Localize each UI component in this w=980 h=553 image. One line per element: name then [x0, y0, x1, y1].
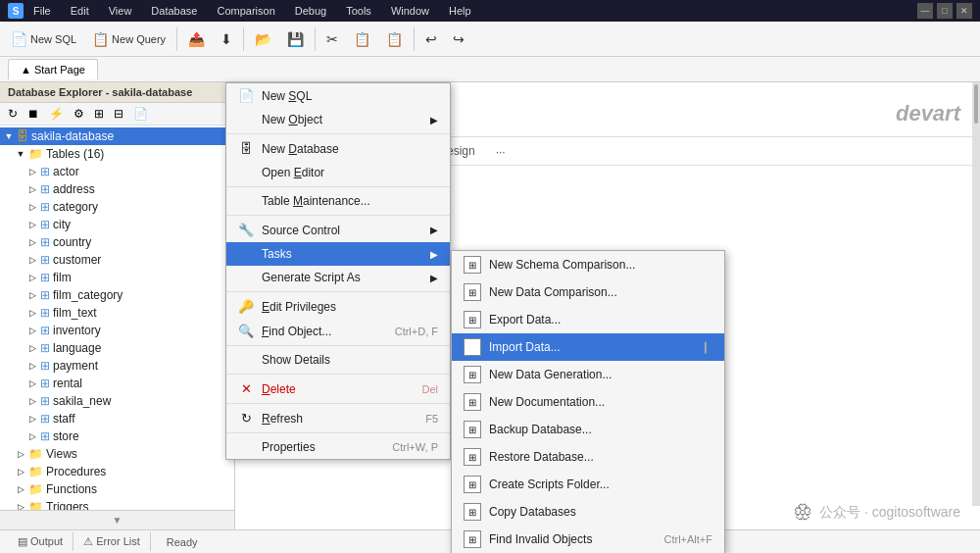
expand-btn[interactable]: ⊟: [110, 105, 127, 123]
toolbar-btn-undo[interactable]: ↩: [418, 27, 444, 51]
tree-item-tables[interactable]: ▼ 📁 Tables (16): [0, 145, 234, 163]
menu-generate-script[interactable]: Generate Script As ▶: [226, 266, 450, 289]
tree-label: Functions: [46, 482, 97, 496]
toolbar-btn-redo[interactable]: ↪: [446, 27, 471, 51]
menu-new-object[interactable]: New Object ▶: [226, 108, 450, 131]
tree-item-store[interactable]: ▷ ⊞ store: [0, 427, 234, 445]
toolbar-btn-import[interactable]: ⬇: [214, 27, 239, 51]
title-bar: S File Edit View Database Comparison Deb…: [0, 0, 980, 22]
menu-sep-8: [226, 432, 450, 433]
scrollbar-thumb[interactable]: [974, 84, 978, 124]
menu-table-maintenance[interactable]: Table Maintenance...: [226, 189, 450, 213]
table-icon: ⊞: [40, 182, 50, 196]
new-query-button[interactable]: 📋 New Query: [85, 27, 172, 51]
menu-properties[interactable]: Properties Ctrl+W, P: [226, 435, 450, 459]
new-sql-icon: 📄: [238, 88, 254, 103]
menu-show-details[interactable]: Show Details: [226, 348, 450, 372]
output-tab[interactable]: ▤ Output: [8, 532, 74, 551]
maximize-button[interactable]: □: [937, 3, 953, 19]
menu-database[interactable]: Database: [147, 3, 201, 19]
tab-more[interactable]: ···: [488, 139, 514, 165]
menu-help[interactable]: Help: [445, 3, 475, 19]
tree-item-actor[interactable]: ▷ ⊞ actor: [0, 163, 234, 180]
tree-item-film[interactable]: ▷ ⊞ film: [0, 269, 234, 286]
delete-icon: ✕: [238, 381, 254, 396]
tree-item-customer[interactable]: ▷ ⊞ customer: [0, 251, 234, 269]
expand-icon: ▷: [16, 484, 25, 494]
expand-icon: ▷: [27, 431, 37, 441]
menu-sep-6: [226, 374, 450, 375]
menu-comparison[interactable]: Comparison: [213, 3, 278, 19]
tree-item-payment[interactable]: ▷ ⊞ payment: [0, 357, 234, 375]
window-controls[interactable]: — □ ✕: [917, 3, 972, 19]
document-tab-bar: ▲ Start Page: [0, 57, 980, 82]
table-icon: ⊞: [40, 271, 50, 284]
tree-item-functions[interactable]: ▷ 📁 Functions: [0, 480, 234, 498]
tree-item-film-text[interactable]: ▷ ⊞ film_text: [0, 304, 234, 322]
expand-icon: ▷: [27, 273, 37, 282]
toolbar-btn-paste[interactable]: 📋: [379, 27, 410, 51]
redo-icon: ↪: [453, 31, 465, 47]
tree-scroll-indicator[interactable]: ▼: [0, 510, 234, 529]
toolbar-btn-export[interactable]: 📤: [181, 27, 212, 51]
menu-open-editor[interactable]: Open Editor: [226, 161, 450, 184]
tree-item-film-category[interactable]: ▷ ⊞ film_category: [0, 286, 234, 304]
tree-item-country[interactable]: ▷ ⊞ country: [0, 233, 234, 251]
tree-item-procedures[interactable]: ▷ 📁 Procedures: [0, 463, 234, 480]
toolbar-btn-cut[interactable]: ✂: [319, 27, 345, 51]
toolbar-btn-save[interactable]: 💾: [280, 27, 311, 51]
table-icon: ⊞: [40, 359, 50, 373]
menu-refresh[interactable]: ↻ Refresh F5: [226, 406, 450, 430]
toolbar-btn-open[interactable]: 📂: [248, 27, 278, 51]
tree-item-staff[interactable]: ▷ ⊞ staff: [0, 410, 234, 427]
tree-label: film_category: [53, 288, 122, 302]
menu-window[interactable]: Window: [387, 3, 433, 19]
context-menu-primary[interactable]: 📄 New SQL New Object ▶ 🗄 New Database Op…: [225, 82, 451, 460]
menu-tasks[interactable]: Tasks ▶: [226, 242, 450, 266]
menu-bar[interactable]: File Edit View Database Comparison Debug…: [29, 3, 475, 19]
tree-item-rental[interactable]: ▷ ⊞ rental: [0, 375, 234, 392]
tree-item-category[interactable]: ▷ ⊞ category: [0, 198, 234, 216]
menu-edit[interactable]: Edit: [67, 3, 93, 19]
menu-new-sql[interactable]: 📄 New SQL: [226, 83, 450, 108]
start-page-tab[interactable]: ▲ Start Page: [8, 59, 98, 79]
table-icon: ⊞: [40, 377, 50, 390]
menu-tools[interactable]: Tools: [342, 3, 375, 19]
menu-edit-privileges[interactable]: 🔑 Edit Privileges: [226, 294, 450, 319]
folder-icon: 📁: [28, 465, 43, 478]
new-item-btn[interactable]: 📄: [129, 105, 152, 123]
menu-find-object[interactable]: 🔍 Find Object... Ctrl+D, F: [226, 319, 450, 343]
tree-item-inventory[interactable]: ▷ ⊞ inventory: [0, 322, 234, 339]
new-sql-label: New SQL: [30, 33, 76, 45]
edit-privileges-label: Edit Privileges: [262, 300, 438, 314]
sort-btn[interactable]: ⊞: [90, 105, 108, 123]
right-scrollbar[interactable]: [972, 82, 980, 506]
database-icon: 🗄: [17, 129, 28, 143]
tree-item-city[interactable]: ▷ ⊞ city: [0, 216, 234, 233]
close-button[interactable]: ✕: [956, 3, 972, 19]
menu-debug[interactable]: Debug: [291, 3, 330, 19]
menu-file[interactable]: File: [29, 3, 55, 19]
table-icon: ⊞: [40, 306, 50, 320]
filter-btn[interactable]: ⚙: [70, 105, 88, 123]
minimize-button[interactable]: —: [917, 3, 933, 19]
tree-item-address[interactable]: ▷ ⊞ address: [0, 180, 234, 198]
tree-item-language[interactable]: ▷ ⊞ language: [0, 339, 234, 357]
tree-item-triggers[interactable]: ▷ 📁 Triggers: [0, 498, 234, 510]
tree-label: staff: [53, 412, 74, 426]
tree-item-sakila-database[interactable]: ▼ 🗄 sakila-database: [0, 127, 234, 145]
error-list-tab[interactable]: ⚠ Error List: [74, 532, 151, 551]
output-icon: ▤: [18, 535, 27, 547]
toolbar-btn-copy[interactable]: 📋: [347, 27, 377, 51]
tree-item-views[interactable]: ▷ 📁 Views: [0, 445, 234, 463]
tree-item-sakila-new[interactable]: ▷ ⊞ sakila_new: [0, 392, 234, 410]
edit-privileges-icon: 🔑: [238, 299, 254, 314]
connect-btn[interactable]: ⚡: [45, 105, 68, 123]
menu-source-control[interactable]: 🔧 Source Control ▶: [226, 218, 450, 242]
stop-btn[interactable]: ⏹: [24, 105, 43, 123]
refresh-btn[interactable]: ↻: [4, 105, 22, 123]
menu-new-database[interactable]: 🗄 New Database: [226, 136, 450, 161]
menu-view[interactable]: View: [105, 3, 136, 19]
new-sql-button[interactable]: 📄 New SQL: [4, 27, 83, 51]
menu-delete[interactable]: ✕ Delete Del: [226, 377, 450, 401]
